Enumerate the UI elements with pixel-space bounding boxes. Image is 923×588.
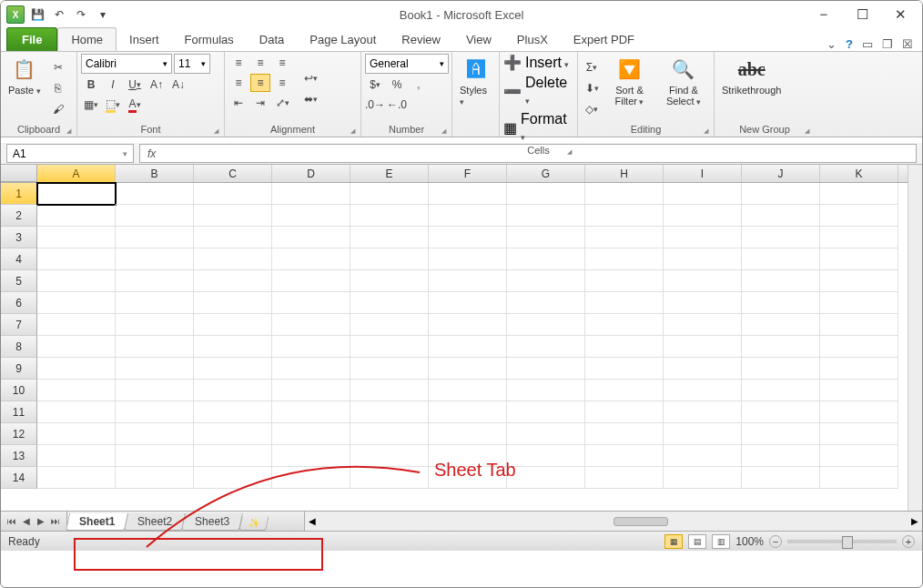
cell[interactable]: [507, 270, 585, 292]
tab-expert-pdf[interactable]: Expert PDF: [561, 27, 647, 51]
cell[interactable]: [116, 270, 194, 292]
cell[interactable]: [664, 423, 742, 445]
delete-cells-button[interactable]: ➖Delete: [503, 75, 573, 107]
cell[interactable]: [742, 336, 820, 358]
cell[interactable]: [664, 380, 742, 401]
cell[interactable]: [272, 183, 350, 205]
cell[interactable]: [742, 467, 820, 489]
excel-app-icon[interactable]: X: [6, 5, 25, 24]
cell[interactable]: [272, 292, 350, 314]
cell[interactable]: [585, 445, 664, 467]
cell[interactable]: [507, 380, 585, 401]
cell[interactable]: [194, 445, 272, 467]
row-header[interactable]: 4: [1, 248, 37, 270]
close-button[interactable]: ✕: [891, 6, 909, 23]
cell[interactable]: [742, 292, 820, 314]
tab-review[interactable]: Review: [389, 27, 453, 51]
horizontal-scrollbar[interactable]: ◀ ▶: [304, 512, 922, 531]
cell[interactable]: [585, 467, 664, 489]
cell[interactable]: [116, 467, 194, 489]
cell[interactable]: [664, 358, 742, 380]
cell[interactable]: [194, 227, 272, 248]
cell[interactable]: [429, 248, 507, 270]
cell[interactable]: [272, 314, 350, 336]
cell[interactable]: [585, 358, 664, 380]
percent-format-icon[interactable]: %: [387, 76, 407, 94]
cell[interactable]: [429, 336, 507, 358]
cell[interactable]: [272, 205, 350, 227]
cell[interactable]: [507, 183, 585, 205]
tab-view[interactable]: View: [453, 27, 504, 51]
zoom-level[interactable]: 100%: [735, 535, 764, 548]
doc-close-icon[interactable]: ☒: [902, 37, 913, 51]
cell[interactable]: [820, 423, 898, 445]
tab-home[interactable]: Home: [57, 27, 117, 51]
cell[interactable]: [429, 270, 507, 292]
cell[interactable]: [350, 248, 429, 270]
cell[interactable]: [664, 467, 742, 489]
cell[interactable]: [429, 292, 507, 314]
row-header[interactable]: 8: [1, 336, 37, 358]
row-header[interactable]: 10: [1, 380, 37, 401]
find-select-button[interactable]: 🔍 Find & Select: [657, 54, 710, 108]
help-icon[interactable]: ?: [846, 37, 853, 51]
bold-button[interactable]: B: [81, 76, 101, 94]
undo-icon[interactable]: ↶: [50, 5, 68, 24]
col-header-i[interactable]: I: [664, 165, 742, 182]
cell[interactable]: [272, 445, 350, 467]
cell[interactable]: [116, 445, 194, 467]
merge-center-icon[interactable]: ⬌: [296, 90, 325, 108]
cell[interactable]: [742, 183, 820, 205]
cell[interactable]: [664, 248, 742, 270]
cell[interactable]: [507, 292, 585, 314]
sheet-nav-next-icon[interactable]: ▶: [34, 516, 48, 526]
cell[interactable]: [350, 183, 429, 205]
cell[interactable]: [116, 380, 194, 401]
cell[interactable]: [742, 314, 820, 336]
cell[interactable]: [820, 380, 898, 401]
align-middle-icon[interactable]: ≡: [250, 54, 270, 72]
increase-decimal-icon[interactable]: .0→: [365, 96, 385, 114]
cell[interactable]: [664, 270, 742, 292]
qat-customize-icon[interactable]: ▾: [94, 5, 112, 24]
row-header[interactable]: 9: [1, 358, 37, 380]
sheet-nav-first-icon[interactable]: ⏮: [5, 516, 19, 526]
cell[interactable]: [116, 358, 194, 380]
row-header[interactable]: 12: [1, 423, 37, 445]
cell[interactable]: [194, 401, 272, 423]
format-painter-icon[interactable]: 🖌: [48, 100, 68, 118]
cell[interactable]: [37, 270, 116, 292]
copy-icon[interactable]: ⎘: [48, 79, 68, 97]
cell[interactable]: [429, 205, 507, 227]
cell[interactable]: [585, 270, 664, 292]
cell[interactable]: [585, 401, 664, 423]
cell[interactable]: [429, 358, 507, 380]
cell[interactable]: [820, 205, 898, 227]
row-header[interactable]: 6: [1, 292, 37, 314]
cell[interactable]: [37, 358, 116, 380]
cell[interactable]: [429, 401, 507, 423]
cell[interactable]: [585, 205, 664, 227]
styles-button[interactable]: 🅰 Styles: [456, 54, 495, 108]
cell[interactable]: [742, 358, 820, 380]
tab-data[interactable]: Data: [247, 27, 297, 51]
comma-format-icon[interactable]: ,: [409, 76, 429, 94]
zoom-out-icon[interactable]: −: [769, 535, 782, 548]
increase-font-icon[interactable]: A↑: [147, 76, 167, 94]
cell[interactable]: [37, 423, 116, 445]
cell[interactable]: [820, 336, 898, 358]
doc-minimize-icon[interactable]: ▭: [862, 37, 873, 51]
row-header[interactable]: 3: [1, 227, 37, 248]
select-all-corner[interactable]: [1, 165, 37, 182]
cell[interactable]: [429, 314, 507, 336]
clear-icon[interactable]: ◇: [582, 100, 602, 118]
cell[interactable]: [507, 314, 585, 336]
cell[interactable]: [350, 358, 429, 380]
number-format-combo[interactable]: General▾: [365, 54, 449, 74]
row-header[interactable]: 14: [1, 467, 37, 489]
col-header-c[interactable]: C: [194, 165, 272, 182]
autosum-icon[interactable]: Σ: [582, 58, 602, 76]
col-header-b[interactable]: B: [116, 165, 194, 182]
cell[interactable]: [664, 401, 742, 423]
cell[interactable]: [272, 423, 350, 445]
